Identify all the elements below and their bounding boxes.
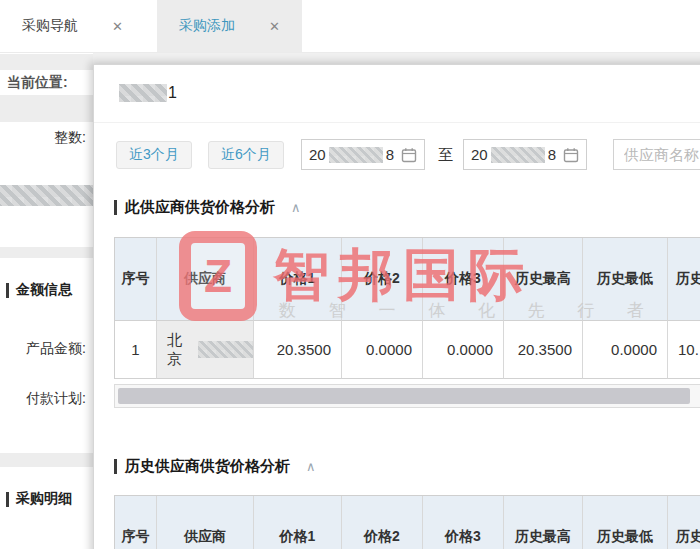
col-header-price3: 价格3 — [423, 238, 504, 321]
integer-field-label: 整数: — [0, 129, 86, 147]
section-divider — [0, 247, 93, 258]
table-header-row: 序号 供应商 价格1 价格2 价格3 历史最高 历史最低 历史 — [115, 496, 700, 549]
current-supplier-price-table: 序号 供应商 价格1 价格2 价格3 历史最高 历史最低 历史 1 北京 20.… — [114, 237, 700, 379]
col-header-price1: 价格1 — [254, 496, 342, 549]
divider — [94, 122, 700, 123]
redacted-supplier-name — [198, 341, 253, 358]
section-bar-icon — [114, 459, 117, 474]
section-divider — [0, 453, 93, 467]
date-to-suffix: 8 — [548, 146, 556, 163]
section-bar-icon — [114, 200, 117, 215]
redacted-date — [491, 147, 545, 163]
date-range-to-label: 至 — [438, 146, 453, 165]
close-icon[interactable]: ✕ — [112, 19, 123, 34]
row-hist-high: 20.3500 — [504, 321, 583, 379]
col-header-supplier: 供应商 — [157, 238, 254, 321]
row-hist-low: 0.0000 — [583, 321, 668, 379]
date-to-input[interactable]: 20 8 — [463, 139, 587, 170]
payment-plan-label: 付款计划: — [0, 390, 86, 408]
tab-purchase-add[interactable]: 采购添加 ✕ — [157, 0, 302, 52]
history-supplier-price-section-header[interactable]: 历史供应商供货价格分析 ∧ — [114, 457, 316, 476]
row-price3: 0.0000 — [423, 321, 504, 379]
col-header-hist-avg: 历史 — [668, 496, 700, 549]
close-icon[interactable]: ✕ — [269, 19, 280, 34]
col-header-seq: 序号 — [115, 238, 157, 321]
row-seq: 1 — [115, 321, 157, 379]
date-from-suffix: 8 — [386, 146, 394, 163]
row-price1: 20.3500 — [254, 321, 342, 379]
redacted-title-text — [119, 84, 167, 102]
purchase-detail-label: 采购明细 — [16, 490, 72, 508]
tab-purchase-nav[interactable]: 采购导航 ✕ — [0, 0, 145, 52]
calendar-icon[interactable] — [401, 147, 417, 163]
section-divider — [0, 54, 93, 70]
col-header-hist-high: 历史最高 — [504, 496, 583, 549]
tab-purchase-add-label: 采购添加 — [179, 17, 235, 35]
section-divider — [0, 95, 93, 122]
col-header-supplier: 供应商 — [157, 496, 254, 549]
current-supplier-price-section-title: 此供应商供货价格分析 — [125, 198, 275, 217]
calendar-icon[interactable] — [563, 147, 579, 163]
col-header-price3: 价格3 — [423, 496, 504, 549]
price-analysis-dialog: 1 近3个月 近6个月 20 8 至 20 8 — [93, 64, 700, 549]
date-to-prefix: 20 — [471, 146, 488, 163]
last-3-months-button[interactable]: 近3个月 — [116, 141, 192, 169]
history-supplier-price-section-title: 历史供应商供货价格分析 — [125, 457, 290, 476]
dialog-title-suffix: 1 — [168, 84, 177, 102]
sidebar-form-panel: 当前位置: 整数: 金额信息 产品金额: 付款计划: 采购明细 — [0, 53, 93, 549]
redacted-date — [329, 147, 383, 163]
col-header-price2: 价格2 — [342, 496, 423, 549]
horizontal-scrollbar-thumb[interactable] — [118, 388, 690, 404]
date-from-input[interactable]: 20 8 — [301, 139, 425, 170]
tab-bar: 采购导航 ✕ 采购添加 ✕ — [0, 0, 700, 53]
app-window: 采购导航 ✕ 采购添加 ✕ 当前位置: 整数: 金额信息 产品金额: 付款计划:… — [0, 0, 700, 549]
redacted-field — [0, 185, 96, 206]
section-bar-icon — [6, 283, 9, 298]
row-supplier-prefix: 北京 — [167, 331, 196, 369]
section-bar-icon — [6, 492, 9, 507]
col-header-hist-low: 历史最低 — [583, 496, 668, 549]
col-header-hist-low: 历史最低 — [583, 238, 668, 321]
col-header-seq: 序号 — [115, 496, 157, 549]
col-header-price2: 价格2 — [342, 238, 423, 321]
tab-purchase-nav-label: 采购导航 — [22, 17, 78, 35]
col-header-hist-high: 历史最高 — [504, 238, 583, 321]
dialog-title: 1 — [119, 84, 177, 102]
row-supplier: 北京 — [157, 321, 254, 379]
col-header-hist-avg: 历史 — [668, 238, 700, 321]
row-hist-avg: 10. — [668, 321, 700, 379]
table-header-row: 序号 供应商 价格1 价格2 价格3 历史最高 历史最低 历史 — [115, 238, 700, 321]
amount-info-label: 金额信息 — [16, 281, 72, 299]
last-6-months-button[interactable]: 近6个月 — [208, 141, 284, 169]
product-amount-label: 产品金额: — [0, 340, 86, 358]
chevron-up-icon[interactable]: ∧ — [306, 459, 316, 474]
supplier-name-input[interactable] — [613, 139, 700, 170]
current-location-label: 当前位置: — [7, 74, 68, 92]
current-supplier-price-section-header[interactable]: 此供应商供货价格分析 ∧ — [114, 198, 301, 217]
purchase-detail-section-header: 采购明细 — [6, 490, 72, 508]
chevron-up-icon[interactable]: ∧ — [291, 200, 301, 215]
amount-info-section-header: 金额信息 — [6, 281, 72, 299]
row-price2: 0.0000 — [342, 321, 423, 379]
horizontal-scrollbar[interactable] — [114, 384, 700, 408]
col-header-price1: 价格1 — [254, 238, 342, 321]
history-supplier-price-table: 序号 供应商 价格1 价格2 价格3 历史最高 历史最低 历史 — [114, 495, 700, 549]
date-from-prefix: 20 — [309, 146, 326, 163]
table-row: 1 北京 20.3500 0.0000 0.0000 20.3500 0.000… — [115, 321, 700, 379]
